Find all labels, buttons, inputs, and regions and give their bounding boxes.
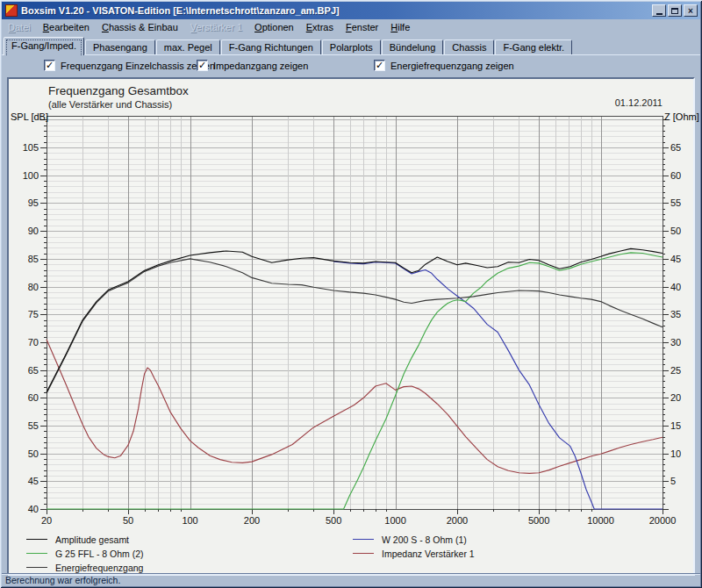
status-text: Berechnung war erfolgreich. <box>5 575 120 585</box>
legend-line-swatch <box>26 553 47 554</box>
svg-text:5: 5 <box>670 476 676 486</box>
svg-text:60: 60 <box>28 392 39 403</box>
legend-line-swatch <box>26 567 47 568</box>
legend-line-swatch <box>26 539 47 540</box>
chart-subtitle: (alle Verstärker und Chassis) <box>48 99 172 110</box>
svg-text:85: 85 <box>28 254 39 264</box>
maximize-button[interactable] <box>668 4 682 17</box>
menu-item-datei[interactable]: Datei <box>2 21 37 33</box>
frequency-response-plot: 1051009590858075706560555045406560555045… <box>9 79 693 574</box>
app-icon[interactable] <box>5 4 18 17</box>
svg-text:100: 100 <box>23 170 39 181</box>
svg-text:10: 10 <box>670 448 681 459</box>
menu-item-extras[interactable]: Extras <box>300 21 340 33</box>
tab-b-ndelung[interactable]: Bündelung <box>382 39 444 55</box>
checkmark-icon: ✓ <box>197 60 208 71</box>
svg-text:55: 55 <box>670 197 681 208</box>
svg-text:50: 50 <box>28 448 39 459</box>
svg-text:20000: 20000 <box>649 515 677 526</box>
chart-panel: 1051009590858075706560555045406560555045… <box>7 77 695 576</box>
menu-bar: DateiBearbeitenChassis & EinbauVerstärke… <box>2 19 700 35</box>
svg-text:10000: 10000 <box>587 515 614 526</box>
tab-f-gang-richtungen[interactable]: F-Gang Richtungen <box>221 39 321 55</box>
svg-text:20: 20 <box>41 515 52 526</box>
tab-f-gang-elektr[interactable]: F-Gang elektr. <box>495 39 572 55</box>
svg-text:40: 40 <box>28 504 39 514</box>
minimize-button[interactable] <box>652 4 666 17</box>
checkbox-row: ✓Frequenzgang Einzelchassis zeigen✓Imped… <box>2 55 700 77</box>
checkmark-icon: ✓ <box>374 60 385 71</box>
svg-text:25: 25 <box>670 365 681 376</box>
app-window: Boxsim V1.20 - VISATON-Edition [E:\Inter… <box>0 0 702 588</box>
svg-text:15: 15 <box>670 420 681 431</box>
svg-text:35: 35 <box>670 309 681 319</box>
chart-date: 01.12.2011 <box>615 97 663 108</box>
tab-chassis[interactable]: Chassis <box>444 39 494 55</box>
tab-bar: F-Gang/Imped.Phasengangmax. PegelF-Gang … <box>4 36 700 55</box>
menu-item-verst-rker-1[interactable]: Verstärker 1 <box>184 21 248 33</box>
legend-item-amplitude-gesamt: Amplitude gesamt <box>26 534 129 545</box>
svg-text:75: 75 <box>28 309 39 319</box>
svg-text:65: 65 <box>670 142 681 153</box>
close-button[interactable]: × <box>684 4 698 17</box>
close-icon: × <box>688 7 693 15</box>
svg-text:60: 60 <box>670 170 681 181</box>
legend-item-energiefrequenzgang: Energiefrequenzgang <box>26 562 143 573</box>
svg-text:1000: 1000 <box>384 515 405 526</box>
legend-item-w-200-s-8-ohm-1: W 200 S - 8 Ohm (1) <box>353 534 467 545</box>
checkbox-impedanzgang-zeigen[interactable]: ✓Impedanzgang zeigen <box>197 60 308 71</box>
legend-line-swatch <box>353 539 374 540</box>
svg-text:500: 500 <box>326 515 341 526</box>
tab-phasengang[interactable]: Phasengang <box>85 39 155 55</box>
svg-text:105: 105 <box>23 142 39 153</box>
svg-text:5000: 5000 <box>528 515 549 526</box>
svg-text:50: 50 <box>670 226 681 236</box>
svg-text:45: 45 <box>670 254 681 264</box>
chart-title: Frequenzgang Gesamtbox <box>48 84 189 97</box>
tab-f-gang-imped[interactable]: F-Gang/Imped. <box>4 37 84 55</box>
menu-item-fenster[interactable]: Fenster <box>340 21 384 33</box>
svg-text:200: 200 <box>244 515 260 526</box>
svg-text:20: 20 <box>670 392 681 403</box>
svg-text:95: 95 <box>28 197 39 208</box>
checkmark-icon: ✓ <box>44 60 55 71</box>
svg-text:40: 40 <box>670 282 681 292</box>
svg-text:2000: 2000 <box>447 515 468 526</box>
menu-item-bearbeiten[interactable]: Bearbeiten <box>37 21 96 33</box>
svg-text:100: 100 <box>182 515 197 526</box>
y-axis-left-label: SPL [dB] <box>11 111 48 122</box>
title-bar[interactable]: Boxsim V1.20 - VISATON-Edition [E:\Inter… <box>2 2 700 19</box>
legend-line-swatch <box>353 553 374 554</box>
maximize-icon <box>671 8 678 14</box>
legend-item-g-25-ffl-8-ohm-2: G 25 FFL - 8 Ohm (2) <box>26 548 144 559</box>
svg-text:50: 50 <box>123 515 133 526</box>
svg-text:90: 90 <box>28 226 39 236</box>
y-axis-right-label: Z [Ohm] <box>664 111 699 122</box>
titlebar-buttons: × <box>652 4 698 17</box>
tab-polarplots[interactable]: Polarplots <box>322 39 381 55</box>
menu-item-hilfe[interactable]: Hilfe <box>384 21 416 33</box>
window-title: Boxsim V1.20 - VISATON-Edition [E:\Inter… <box>21 5 340 16</box>
legend-item-impedanz-verst-rker-1: Impedanz Verstärker 1 <box>353 548 475 559</box>
menu-item-optionen[interactable]: Optionen <box>248 21 300 33</box>
checkbox-energiefrequenzgang-zeigen[interactable]: ✓Energiefrequenzgang zeigen <box>374 60 514 71</box>
svg-text:30: 30 <box>670 337 681 348</box>
menu-item-chassis-einbau[interactable]: Chassis & Einbau <box>96 21 184 33</box>
svg-text:65: 65 <box>28 365 39 376</box>
svg-text:55: 55 <box>28 420 39 431</box>
svg-text:45: 45 <box>28 476 39 486</box>
svg-text:70: 70 <box>28 337 39 348</box>
status-bar: Berechnung war erfolgreich. <box>2 573 700 586</box>
tab-max-pegel[interactable]: max. Pegel <box>156 39 220 55</box>
checkbox-frequenzgang-einzelchassis-zeigen[interactable]: ✓Frequenzgang Einzelchassis zeigen <box>44 60 215 71</box>
minimize-icon <box>656 13 663 15</box>
svg-text:80: 80 <box>28 282 39 292</box>
